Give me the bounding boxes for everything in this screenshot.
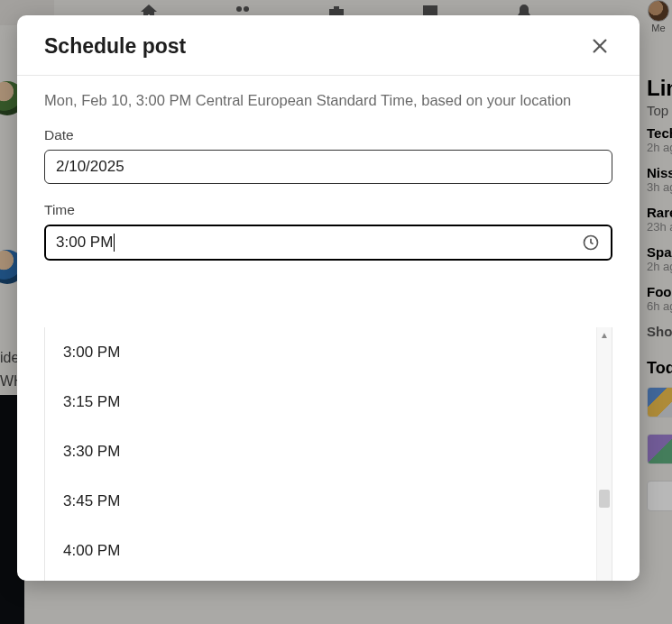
time-option[interactable]: 3:45 PM [45,476,596,526]
scroll-up-button[interactable]: ▲ [597,327,612,343]
modal-body: Mon, Feb 10, 3:00 PM Central European St… [17,76,640,581]
time-option[interactable]: 3:00 PM [45,327,596,377]
timezone-info: Mon, Feb 10, 3:00 PM Central European St… [44,92,612,109]
time-option[interactable]: 3:15 PM [45,377,596,427]
time-option[interactable]: 4:15 PM [45,575,596,581]
clock-icon[interactable] [582,234,600,252]
scroll-thumb[interactable] [599,490,610,508]
time-dropdown-list: 3:00 PM 3:15 PM 3:30 PM 3:45 PM 4:00 PM … [45,327,596,581]
dropdown-scrollbar[interactable]: ▲ ▼ [596,327,612,581]
time-dropdown: 3:00 PM 3:15 PM 3:30 PM 3:45 PM 4:00 PM … [44,327,612,581]
close-icon [590,36,610,56]
time-field-wrap: Time 3:00 PM [44,202,612,261]
time-input[interactable]: 3:00 PM [44,225,612,261]
modal-title: Schedule post [44,34,186,59]
time-option[interactable]: 4:00 PM [45,526,596,575]
time-label: Time [44,202,612,218]
time-input-value: 3:00 PM [56,234,113,252]
date-label: Date [44,127,612,143]
text-cursor [114,234,115,252]
close-button[interactable] [587,33,612,59]
schedule-post-modal: Schedule post Mon, Feb 10, 3:00 PM Centr… [17,15,640,581]
date-field-wrap: Date [44,127,612,184]
modal-header: Schedule post [17,15,640,76]
date-input[interactable] [44,150,612,184]
time-option[interactable]: 3:30 PM [45,427,596,476]
